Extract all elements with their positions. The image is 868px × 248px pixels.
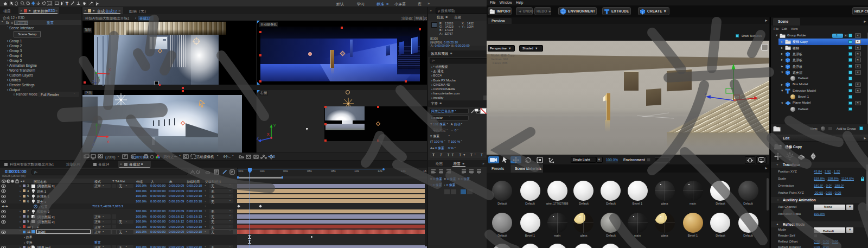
svg-text:Z: Z [92, 80, 95, 84]
svg-text:Y: Y [98, 76, 100, 80]
svg-text:(20%): (20%) [105, 155, 116, 160]
svg-text:Y: Y [273, 124, 276, 128]
svg-text:X: X [108, 68, 111, 72]
svg-text:X: X [107, 140, 110, 144]
svg-text:Z: Z [92, 142, 95, 145]
svg-text:ˇ: ˇ [118, 156, 119, 159]
svg-text:Y: Y [99, 123, 101, 127]
svg-text:X: X [267, 132, 270, 136]
svg-text:+: + [779, 126, 781, 129]
svg-text:T: T [66, 1, 68, 6]
svg-text:Z: Z [257, 136, 259, 140]
svg-text:z: z [705, 92, 707, 96]
